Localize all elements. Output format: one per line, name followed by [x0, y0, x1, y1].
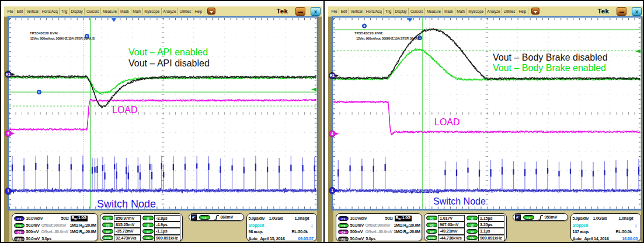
svg-text:4: 4	[7, 131, 9, 135]
svg-text:R1: R1	[330, 73, 335, 78]
svg-text:12Vin, 900mVout, 500KHZ,15A ST: 12Vin, 900mVout, 500KHZ,15A STEP, 50A/US	[30, 37, 95, 40]
svg-text:Vout – API enabled: Vout – API enabled	[128, 47, 208, 57]
svg-text:12Vin, 900mVout, 500KHZ,15A ST: 12Vin, 900mVout, 500KHZ,15A STEP, 50A/US	[356, 37, 421, 40]
svg-text:Switch Node: Switch Node	[433, 196, 486, 206]
svg-text:Switch Node: Switch Node	[97, 198, 156, 210]
svg-text:R1: R1	[6, 72, 11, 76]
svg-text:b: b	[38, 90, 40, 94]
svg-text:4: 4	[331, 132, 333, 136]
svg-text:TPS543C20 EVM:: TPS543C20 EVM:	[354, 31, 384, 35]
svg-text:LOAD: LOAD	[434, 117, 460, 127]
svg-text:Vout – API disabled: Vout – API disabled	[128, 58, 210, 68]
svg-text:LOAD: LOAD	[112, 105, 138, 115]
svg-text:Vout – Body Brake enabled: Vout – Body Brake enabled	[493, 63, 606, 73]
svg-text:1: 1	[331, 188, 333, 192]
svg-text:b: b	[363, 24, 365, 27]
svg-text:TPS543C20 EVM:: TPS543C20 EVM:	[30, 31, 59, 35]
svg-text:Vout – Body Brake disabled: Vout – Body Brake disabled	[493, 52, 608, 62]
svg-text:1: 1	[7, 189, 9, 193]
